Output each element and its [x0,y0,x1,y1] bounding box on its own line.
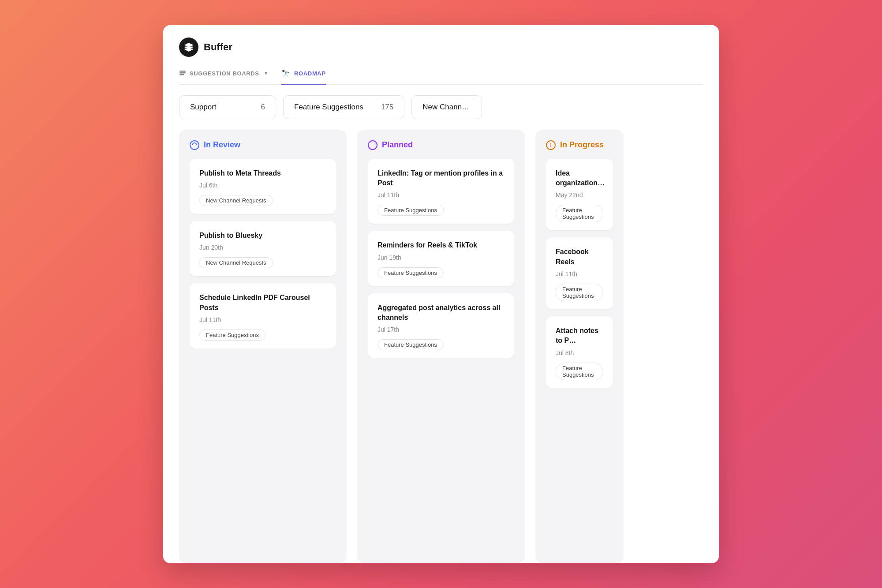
card-publish-bluesky-date: Jun 20th [199,244,326,251]
card-idea-org[interactable]: Idea organization… May 22nd Feature Sugg… [546,159,613,231]
tab-support-count: 6 [261,103,265,112]
in-progress-cards: Idea organization… May 22nd Feature Sugg… [546,159,613,388]
column-planned-header: Planned [368,140,514,150]
in-review-icon [190,140,199,150]
card-publish-meta-title: Publish to Meta Threads [199,169,326,178]
svg-rect-5 [179,74,184,75]
card-attach-notes[interactable]: Attach notes to P… Jul 8th Feature Sugge… [546,316,613,388]
card-idea-org-title: Idea organization… [556,169,603,188]
column-in-review: In Review Publish to Meta Threads Jul 6t… [179,130,347,563]
tabs-row: Support 6 Feature Suggestions 175 New Ch… [163,85,719,130]
nav-roadmap[interactable]: 🔭 ROADMAP [281,69,325,85]
tab-support-label: Support [190,103,217,112]
tab-support[interactable]: Support 6 [179,95,276,119]
tab-feature-suggestions-count: 175 [381,103,393,112]
dropdown-icon: ▾ [265,71,268,76]
suggestion-boards-icon [179,69,186,78]
card-facebook-reels-title: Facebook Reels [556,247,603,267]
column-in-progress-header: ! In Progress [546,140,613,150]
planned-cards: LinkedIn: Tag or mention profiles in a P… [368,159,514,359]
nav-row: SUGGESTION BOARDS ▾ 🔭 ROADMAP [179,69,703,85]
card-publish-bluesky-title: Publish to Bluesky [199,231,326,240]
card-analytics-all-title: Aggregated post analytics across all cha… [377,303,505,323]
in-review-title: In Review [204,140,240,150]
card-reminders-reels-tag: Feature Suggestions [377,267,444,278]
tab-new-channels[interactable]: New Chann… [411,95,482,119]
svg-rect-1 [185,46,193,48]
card-linkedin-tag-tag: Feature Suggestions [377,205,444,216]
nav-suggestion-boards[interactable]: SUGGESTION BOARDS ▾ [179,69,267,84]
card-linkedin-pdf-date: Jul 11th [199,316,326,323]
card-facebook-reels-tag: Feature Suggestions [556,284,603,301]
header: Buffer SUGGESTION BOARDS ▾ 🔭 ROADMAP [163,25,719,85]
svg-rect-3 [179,71,186,72]
card-analytics-all[interactable]: Aggregated post analytics across all cha… [368,293,514,359]
svg-rect-4 [179,72,186,74]
in-review-cards: Publish to Meta Threads Jul 6th New Chan… [190,159,336,349]
brand-row: Buffer [179,37,703,57]
in-progress-icon: ! [546,140,556,150]
roadmap-label: ROADMAP [294,70,326,77]
card-idea-org-date: May 22nd [556,191,603,198]
tab-feature-suggestions-label: Feature Suggestions [294,103,363,112]
tab-new-channels-label: New Chann… [422,103,469,112]
planned-icon [368,140,377,150]
card-linkedin-pdf-title: Schedule LinkedIn PDF Carousel Posts [199,293,326,313]
card-linkedin-tag[interactable]: LinkedIn: Tag or mention profiles in a P… [368,159,514,224]
suggestion-boards-label: SUGGESTION BOARDS [190,70,259,77]
suggestion-boards-svg [179,69,186,76]
card-publish-meta-date: Jul 6th [199,182,326,189]
card-publish-meta[interactable]: Publish to Meta Threads Jul 6th New Chan… [190,159,336,214]
card-linkedin-tag-title: LinkedIn: Tag or mention profiles in a P… [377,169,505,188]
card-reminders-reels[interactable]: Reminders for Reels & TikTok Jun 19th Fe… [368,231,514,286]
brand-name: Buffer [204,41,232,53]
buffer-logo-icon [183,42,194,52]
card-linkedin-pdf-tag: Feature Suggestions [199,330,265,341]
card-publish-bluesky-tag: New Channel Requests [199,257,273,268]
svg-rect-0 [185,45,193,46]
svg-rect-2 [185,49,193,50]
columns-area: In Review Publish to Meta Threads Jul 6t… [163,130,719,563]
card-analytics-all-date: Jul 17th [377,326,505,333]
tab-feature-suggestions[interactable]: Feature Suggestions 175 [283,95,404,119]
card-reminders-reels-date: Jun 19th [377,254,505,261]
planned-title: Planned [382,140,413,150]
brand-logo [179,37,198,57]
column-planned: Planned LinkedIn: Tag or mention profile… [357,130,525,563]
card-publish-meta-tag: New Channel Requests [199,195,273,206]
card-idea-org-tag: Feature Suggestions [556,205,603,222]
column-in-review-header: In Review [190,140,336,150]
card-linkedin-pdf[interactable]: Schedule LinkedIn PDF Carousel Posts Jul… [190,283,336,348]
card-attach-notes-title: Attach notes to P… [556,326,603,346]
in-progress-title: In Progress [560,140,604,150]
app-window: Buffer SUGGESTION BOARDS ▾ 🔭 ROADMAP [163,25,719,563]
card-reminders-reels-title: Reminders for Reels & TikTok [377,240,505,250]
card-publish-bluesky[interactable]: Publish to Bluesky Jun 20th New Channel … [190,221,336,276]
card-attach-notes-date: Jul 8th [556,349,603,356]
card-facebook-reels-date: Jul 11th [556,270,603,277]
card-linkedin-tag-date: Jul 11th [377,191,505,198]
card-facebook-reels[interactable]: Facebook Reels Jul 11th Feature Suggesti… [546,237,613,309]
card-attach-notes-tag: Feature Suggestions [556,363,603,380]
column-in-progress: ! In Progress Idea organization… May 22n… [535,130,624,563]
roadmap-icon: 🔭 [281,69,291,78]
card-analytics-all-tag: Feature Suggestions [377,339,444,350]
